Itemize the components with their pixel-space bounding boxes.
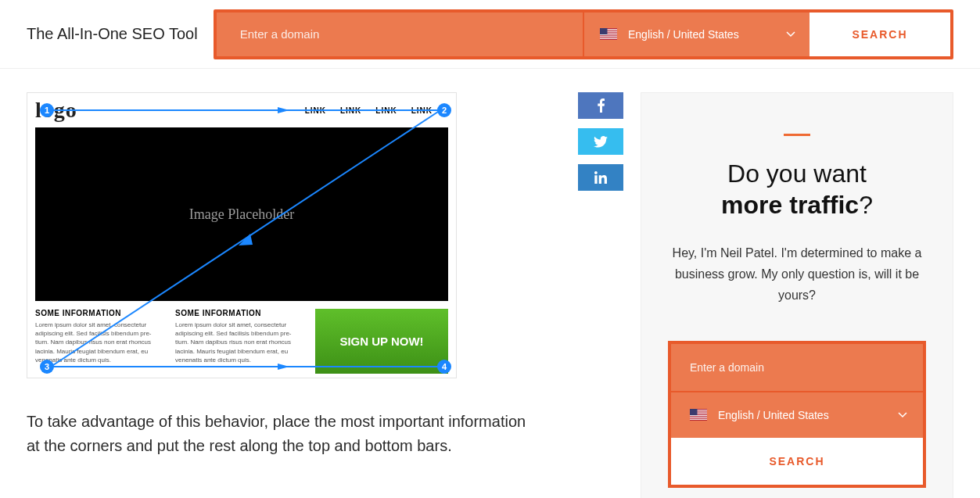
callout-badge-3: 3	[40, 360, 54, 374]
article-column: logo LINK LINK LINK LINK Image Placehold…	[27, 92, 547, 458]
mock-cta-label: SIGN UP NOW!	[339, 335, 423, 348]
top-search-input-wrap	[217, 13, 583, 56]
region-dropdown[interactable]: English / United States	[583, 13, 809, 56]
linkedin-icon	[594, 171, 607, 184]
mock-cta: SIGN UP NOW!	[315, 309, 448, 374]
chevron-down-icon	[898, 412, 907, 418]
sidebar-search-input[interactable]	[690, 361, 904, 374]
sidebar-heading-pre: Do you want	[727, 159, 867, 188]
mock-info-body: Lorem ipsum dolor sit amet, consectetur …	[175, 321, 301, 364]
svg-rect-17	[690, 419, 707, 420]
callout-badge-2: 2	[437, 103, 451, 117]
page-body: logo LINK LINK LINK LINK Image Placehold…	[0, 69, 980, 498]
sidebar-cta-card: Do you want more traffic? Hey, I'm Neil …	[641, 92, 953, 498]
svg-rect-6	[600, 38, 617, 39]
page-title: The All-In-One SEO Tool	[27, 25, 198, 43]
mock-nav-link: LINK	[375, 106, 397, 115]
sidebar-search-row	[671, 344, 923, 391]
chevron-down-icon	[786, 31, 795, 38]
top-bar: The All-In-One SEO Tool English / United…	[0, 0, 980, 69]
mock-info-col: SOME INFORMATION Lorem ipsum dolor sit a…	[35, 309, 161, 374]
twitter-icon	[594, 136, 608, 148]
facebook-icon	[598, 99, 605, 113]
social-share-column	[578, 92, 625, 191]
callout-badge-1: 1	[40, 103, 54, 117]
mock-header: logo LINK LINK LINK LINK	[27, 93, 456, 127]
callout-badge-4: 4	[437, 360, 451, 374]
region-label: English / United States	[628, 28, 739, 41]
svg-rect-15	[690, 415, 707, 416]
mock-info-col: SOME INFORMATION Lorem ipsum dolor sit a…	[175, 309, 301, 374]
sidebar-heading: Do you want more traffic?	[668, 158, 926, 220]
top-search-bar: English / United States SEARCH	[214, 9, 953, 59]
svg-rect-7	[600, 28, 608, 34]
mock-hero: Image Placeholder	[35, 127, 448, 301]
mock-nav-link: LINK	[305, 106, 326, 115]
mock-info-body: Lorem ipsum dolor sit amet, consectetur …	[35, 321, 161, 364]
sidebar-region-dropdown[interactable]: English / United States	[671, 391, 923, 438]
mock-hero-label: Image Placeholder	[189, 206, 294, 223]
sidebar-region-label: English / United States	[718, 409, 829, 421]
z-pattern-diagram: logo LINK LINK LINK LINK Image Placehold…	[27, 92, 457, 378]
search-button[interactable]: SEARCH	[809, 13, 950, 56]
svg-rect-5	[600, 36, 617, 37]
sidebar-search-form: English / United States SEARCH	[668, 341, 926, 488]
mock-info-heading: SOME INFORMATION	[35, 309, 161, 317]
article-paragraph: To take advantage of this behavior, plac…	[27, 410, 543, 458]
mock-info-heading: SOME INFORMATION	[175, 309, 301, 317]
share-facebook-button[interactable]	[578, 92, 623, 119]
svg-rect-16	[690, 417, 707, 417]
search-input[interactable]	[240, 27, 559, 41]
sidebar-desc: Hey, I'm Neil Patel. I'm determined to m…	[668, 242, 926, 306]
us-flag-icon	[690, 409, 707, 421]
sidebar-heading-bold: more traffic	[721, 191, 859, 219]
share-linkedin-button[interactable]	[578, 164, 623, 191]
svg-rect-18	[690, 409, 698, 415]
us-flag-icon	[600, 28, 617, 40]
mock-columns: SOME INFORMATION Lorem ipsum dolor sit a…	[35, 309, 448, 374]
sidebar-search-button[interactable]: SEARCH	[671, 438, 923, 485]
mock-nav: LINK LINK LINK LINK	[305, 106, 433, 115]
mock-nav-link: LINK	[340, 106, 361, 115]
sidebar-heading-suf: ?	[859, 191, 873, 219]
mock-nav-link: LINK	[411, 106, 433, 115]
svg-rect-4	[600, 34, 617, 35]
share-twitter-button[interactable]	[578, 128, 623, 155]
accent-bar	[784, 134, 810, 136]
